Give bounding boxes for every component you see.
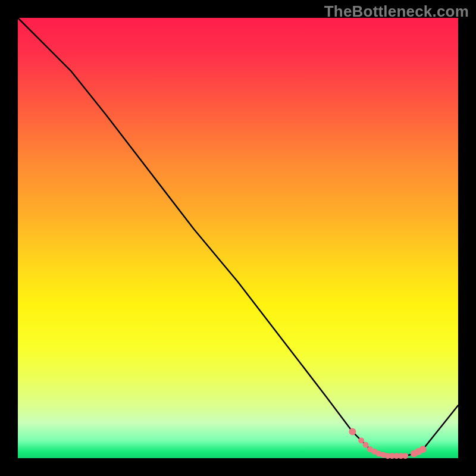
- valley-dot: [358, 437, 364, 443]
- valley-dot: [349, 428, 356, 436]
- curve-line: [18, 18, 458, 456]
- valley-dot: [419, 446, 427, 453]
- watermark-text: TheBottleneck.com: [324, 2, 469, 21]
- plot-area: [18, 18, 458, 458]
- valley-markers: [349, 428, 426, 459]
- chart-frame: TheBottleneck.com: [0, 0, 476, 476]
- valley-dot: [402, 453, 408, 459]
- bottleneck-curve: [18, 18, 458, 458]
- valley-dot: [363, 442, 369, 448]
